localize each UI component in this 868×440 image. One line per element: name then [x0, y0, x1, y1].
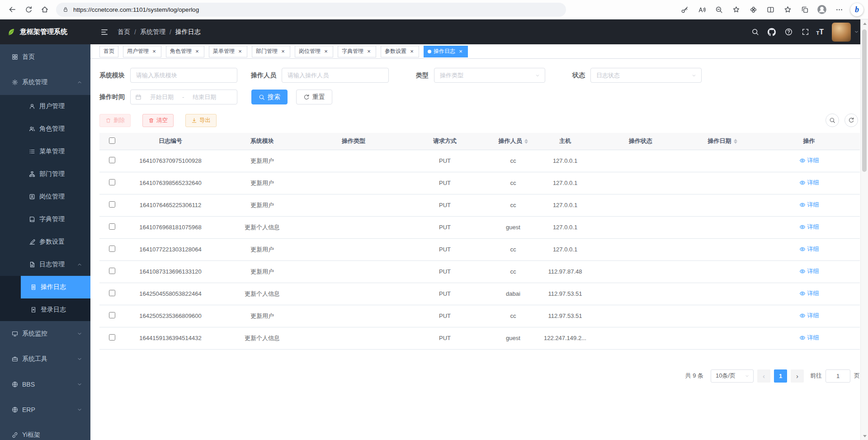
font-size-icon[interactable]: TT	[815, 28, 825, 36]
tab-close-icon[interactable]: ×	[194, 48, 200, 55]
tab[interactable]: 字典管理 ×	[338, 46, 376, 57]
status-select[interactable]: 日志状态	[590, 68, 702, 83]
row-checkbox[interactable]	[109, 268, 115, 274]
sidebar-item-system-monitor[interactable]: 系统监控	[0, 321, 90, 346]
breadcrumb-item-home[interactable]: 首页	[118, 28, 130, 36]
tab[interactable]: 菜单管理 ×	[209, 46, 247, 57]
browser-home-button[interactable]	[37, 2, 52, 17]
type-select[interactable]: 操作类型	[434, 68, 545, 83]
goto-page-input[interactable]	[826, 369, 850, 383]
favorites-icon[interactable]	[780, 2, 795, 17]
tab[interactable]: 参数设置 ×	[381, 46, 419, 57]
module-input[interactable]	[130, 68, 237, 83]
select-all-checkbox[interactable]	[109, 137, 115, 144]
sidebar-item-menu-management[interactable]: 菜单管理	[0, 140, 90, 163]
address-bar[interactable]: https://ccnetcore.com:1101/system/log/op…	[56, 3, 566, 17]
header-search-icon[interactable]	[748, 25, 762, 39]
user-avatar[interactable]	[832, 23, 851, 42]
sidebar-item-erp[interactable]: ERP	[0, 397, 90, 422]
bing-icon[interactable]: b	[850, 3, 863, 16]
refresh-table-button[interactable]	[844, 114, 858, 127]
tab[interactable]: 角色管理 ×	[166, 46, 204, 57]
browser-profile-icon[interactable]	[814, 2, 830, 17]
tab-close-icon[interactable]: ×	[237, 48, 243, 55]
sort-icon[interactable]	[734, 139, 737, 144]
sidebar-item-dictionary-management[interactable]: 字典管理	[0, 208, 90, 231]
detail-link[interactable]: 详细	[799, 201, 819, 209]
operator-input[interactable]	[282, 68, 389, 83]
delete-button[interactable]: 删除	[99, 114, 131, 127]
user-menu-caret-icon[interactable]	[854, 29, 859, 34]
sidebar-item-role-management[interactable]: 角色管理	[0, 118, 90, 140]
row-checkbox[interactable]	[109, 246, 115, 252]
sidebar-item-user-management[interactable]: 用户管理	[0, 95, 90, 118]
row-checkbox[interactable]	[109, 201, 115, 208]
reset-button[interactable]: 重置	[296, 90, 332, 104]
sidebar-item-parameter-settings[interactable]: 参数设置	[0, 231, 90, 253]
row-checkbox[interactable]	[109, 334, 115, 341]
password-key-icon[interactable]	[677, 2, 692, 17]
app-logo[interactable]: 意框架管理系统	[0, 19, 90, 44]
detail-link[interactable]: 详细	[799, 223, 819, 231]
row-checkbox[interactable]	[109, 223, 115, 230]
zoom-icon[interactable]	[711, 2, 726, 17]
date-range-picker[interactable]: 开始日期 - 结束日期	[130, 90, 237, 104]
tab-close-icon[interactable]: ×	[366, 48, 372, 55]
row-checkbox[interactable]	[109, 290, 115, 296]
split-screen-icon[interactable]	[763, 2, 778, 17]
scrollbar-thumb[interactable]	[862, 29, 867, 172]
sidebar-item-log-management[interactable]: 日志管理	[0, 253, 90, 276]
scrollbar-down-arrow[interactable]	[861, 432, 868, 440]
read-aloud-icon[interactable]	[694, 2, 709, 17]
next-page-button[interactable]: ›	[791, 369, 804, 383]
tab[interactable]: 首页 ×	[99, 46, 118, 57]
page-number-button[interactable]: 1	[774, 369, 787, 383]
detail-link[interactable]: 详细	[799, 179, 819, 187]
detail-link[interactable]: 详细	[799, 245, 819, 253]
scrollbar-up-arrow[interactable]	[861, 20, 868, 27]
lock-icon[interactable]	[62, 6, 69, 13]
tab-close-icon[interactable]: ×	[151, 48, 157, 55]
browser-essentials-icon[interactable]	[745, 2, 761, 17]
tab-close-icon[interactable]: ×	[323, 48, 329, 55]
sidebar-item-system-tools[interactable]: 系统工具	[0, 346, 90, 372]
sidebar-item-system-management[interactable]: 系统管理	[0, 70, 90, 95]
sidebar-item-bbs[interactable]: BBS	[0, 372, 90, 397]
page-size-select[interactable]: 10条/页	[711, 369, 754, 383]
row-checkbox[interactable]	[109, 312, 115, 318]
fullscreen-icon[interactable]	[798, 25, 812, 39]
browser-back-button[interactable]	[5, 2, 20, 17]
toggle-search-button[interactable]	[826, 114, 839, 127]
detail-link[interactable]: 详细	[799, 267, 819, 275]
prev-page-button[interactable]: ‹	[757, 369, 770, 383]
sidebar-item-post-management[interactable]: 岗位管理	[0, 185, 90, 208]
page-scrollbar[interactable]	[860, 19, 868, 440]
tab[interactable]: 用户管理 ×	[123, 46, 161, 57]
breadcrumb-item-system[interactable]: 系统管理	[140, 28, 165, 36]
collections-icon[interactable]	[797, 2, 812, 17]
tab-close-icon[interactable]: ×	[458, 48, 464, 55]
sidebar-toggle-button[interactable]	[97, 24, 112, 40]
export-button[interactable]: 导出	[185, 114, 217, 127]
sidebar-item-department-management[interactable]: 部门管理	[0, 163, 90, 185]
tab[interactable]: 操作日志 ×	[424, 46, 468, 57]
detail-link[interactable]: 详细	[799, 334, 819, 342]
favorites-add-icon[interactable]	[728, 2, 744, 17]
row-checkbox[interactable]	[109, 179, 115, 185]
row-checkbox[interactable]	[109, 157, 115, 163]
help-icon[interactable]	[782, 25, 795, 39]
tab-close-icon[interactable]: ×	[409, 48, 415, 55]
detail-link[interactable]: 详细	[799, 289, 819, 298]
sidebar-item-operation-log[interactable]: 操作日志	[21, 276, 90, 298]
sidebar-item-home[interactable]: 首页	[0, 44, 90, 70]
detail-link[interactable]: 详细	[799, 312, 819, 320]
sidebar-item-login-log[interactable]: 登录日志	[0, 298, 90, 321]
detail-link[interactable]: 详细	[799, 156, 819, 165]
clear-button[interactable]: 清空	[142, 114, 174, 127]
tab[interactable]: 岗位管理 ×	[295, 46, 333, 57]
sidebar-item-yi-framework[interactable]: Yi框架	[0, 422, 90, 440]
github-icon[interactable]	[765, 25, 778, 39]
tab-close-icon[interactable]: ×	[280, 48, 286, 55]
tab[interactable]: 部门管理 ×	[252, 46, 290, 57]
column-header-date[interactable]: 操作日期	[687, 133, 758, 150]
